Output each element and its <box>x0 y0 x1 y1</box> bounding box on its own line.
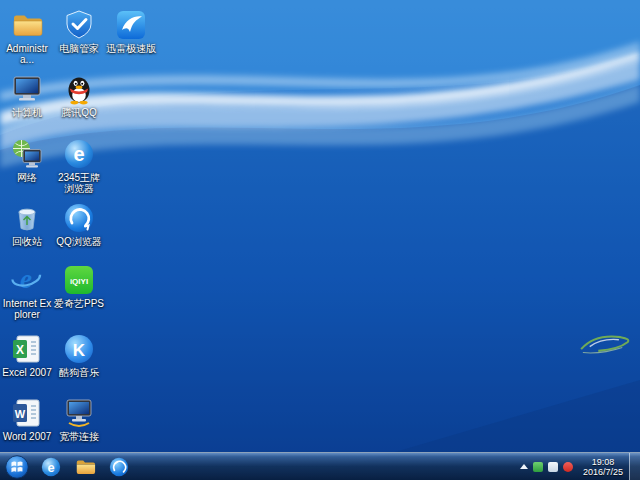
desktop-icon-internet-explorer[interactable]: e Internet Explorer <box>1 263 53 320</box>
desktop-icon-2345-browser[interactable]: e 2345王牌浏览器 <box>53 137 105 194</box>
windows-orb-icon <box>4 454 30 480</box>
taskbar-button-explorer[interactable] <box>68 453 102 480</box>
monitor-icon <box>10 72 44 106</box>
desktop-icon-word[interactable]: W Word 2007 <box>1 396 53 442</box>
x-glyph: X <box>16 343 24 357</box>
icon-label: 酷狗音乐 <box>53 367 105 378</box>
icon-label: QQ浏览器 <box>53 236 105 247</box>
icon-label: 网络 <box>1 172 53 183</box>
show-desktop-button[interactable] <box>629 453 640 480</box>
start-button[interactable] <box>0 453 34 480</box>
icon-label: 爱奇艺PPS <box>53 298 105 309</box>
penguin-icon <box>62 72 96 106</box>
folder-icon <box>10 8 44 42</box>
icon-label: 回收站 <box>1 236 53 247</box>
taskbar-clock[interactable]: 19:08 2016/7/25 <box>577 457 629 477</box>
desktop-icon-broadband[interactable]: 宽带连接 <box>53 396 105 442</box>
svg-text:e: e <box>47 459 54 474</box>
desktop-icon-computer[interactable]: 计算机 <box>1 72 53 118</box>
desktop-icon-network[interactable]: 网络 <box>1 137 53 183</box>
taskbar-button-browser[interactable]: e <box>34 453 68 480</box>
w-glyph: W <box>15 408 26 420</box>
icon-label: Word 2007 <box>1 431 53 442</box>
desktop-icon-qq-browser[interactable]: QQ浏览器 <box>53 201 105 247</box>
e-glyph: e <box>20 264 32 294</box>
clock-time: 19:08 <box>583 457 623 467</box>
k-glyph: K <box>73 341 86 360</box>
desktop-icon-kugou[interactable]: K 酷狗音乐 <box>53 332 105 378</box>
ime-white-icon[interactable] <box>548 462 558 472</box>
qq-browser-swirl-icon <box>108 456 130 478</box>
desktop-icon-iqiyi[interactable]: iQIYI 爱奇艺PPS <box>53 263 105 309</box>
recycle-bin-icon <box>10 201 44 235</box>
desktop-icon-administrator[interactable]: Administra... <box>1 8 53 65</box>
hidden-icons-arrow[interactable] <box>520 464 528 469</box>
system-tray <box>516 462 577 472</box>
explorer-folder-icon <box>74 456 96 478</box>
desktop-icon-recycle-bin[interactable]: 回收站 <box>1 201 53 247</box>
alert-red-icon[interactable] <box>563 462 573 472</box>
blue-shield-icon <box>62 8 96 42</box>
icon-label: Internet Explorer <box>1 298 53 320</box>
word-doc-icon: W <box>10 396 44 430</box>
blue-swirl-icon <box>62 201 96 235</box>
desktop-icon-thunder[interactable]: 迅雷极速版 <box>105 8 157 54</box>
security-green-icon[interactable] <box>533 462 543 472</box>
clock-date: 2016/7/25 <box>583 467 623 477</box>
icon-label: 2345王牌浏览器 <box>53 172 105 194</box>
desktop-icon-qq[interactable]: 腾讯QQ <box>53 72 105 118</box>
icon-label: Administra... <box>1 43 53 65</box>
green-square-icon: iQIYI <box>62 263 96 297</box>
icon-label: 迅雷极速版 <box>105 43 157 54</box>
desktop-icon-excel[interactable]: X Excel 2007 <box>1 332 53 378</box>
icon-label: 腾讯QQ <box>53 107 105 118</box>
ie-icon: e <box>10 263 44 297</box>
blue-sphere-icon: e <box>62 137 96 171</box>
iqiyi-glyph: iQIYI <box>70 277 88 286</box>
taskbar: e 19:08 2016/7/25 <box>0 452 640 480</box>
icon-label: 宽带连接 <box>53 431 105 442</box>
e-glyph: e <box>73 143 84 165</box>
blue-bird-icon <box>114 8 148 42</box>
desktop-icon-pc-manager[interactable]: 电脑管家 <box>53 8 105 54</box>
icon-label: 电脑管家 <box>53 43 105 54</box>
browser-sphere-icon: e <box>40 456 62 478</box>
blue-circle-k-icon: K <box>62 332 96 366</box>
excel-doc-icon: X <box>10 332 44 366</box>
wallpaper-watermark <box>576 330 636 360</box>
desktop-screen: Administra... 电脑管家 迅雷极速版 <box>0 0 640 480</box>
icon-label: Excel 2007 <box>1 367 53 378</box>
brand-swirl-icon <box>576 330 636 358</box>
taskbar-button-qq-browser[interactable] <box>102 453 136 480</box>
globe-monitor-icon <box>10 137 44 171</box>
icon-label: 计算机 <box>1 107 53 118</box>
monitor-cable-icon <box>62 396 96 430</box>
